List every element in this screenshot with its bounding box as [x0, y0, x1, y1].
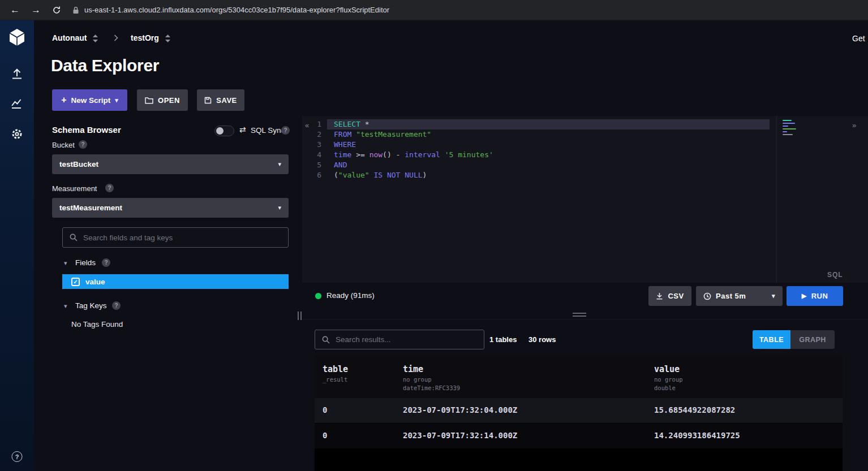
csv-download-button[interactable]: CSV	[648, 286, 691, 306]
horizontal-resize-handle[interactable]	[573, 313, 586, 317]
upload-icon[interactable]	[11, 68, 23, 80]
results-search-input[interactable]	[336, 335, 477, 344]
time-range-dropdown[interactable]: Past 5m ▾	[696, 286, 783, 306]
bucket-dropdown[interactable]: testBucket ▾	[52, 154, 289, 174]
sql-sync-label: SQL Sync	[251, 126, 285, 135]
influxdb-logo-icon[interactable]	[8, 28, 25, 46]
results-divider	[302, 319, 868, 320]
settings-gear-icon[interactable]	[11, 128, 23, 140]
breadcrumb-chevron-icon	[114, 34, 118, 41]
tab-table[interactable]: TABLE	[753, 330, 790, 349]
org-switcher[interactable]: testOrg	[131, 33, 159, 42]
status-indicator-dot	[315, 293, 321, 299]
fields-help-icon[interactable]: ?	[102, 258, 110, 267]
minimap-divider	[776, 116, 777, 283]
search-icon	[322, 336, 330, 344]
sql-sync-toggle[interactable]	[214, 126, 234, 136]
tag-keys-caret-icon[interactable]: ▾	[64, 303, 67, 310]
results-table: table_resulttimeno groupdateTime:RFC3339…	[315, 355, 843, 471]
field-item-value[interactable]: ✓ value	[62, 274, 289, 289]
no-tags-message: No Tags Found	[71, 320, 123, 329]
code-line: 2FROM "testMeasurement"	[302, 129, 770, 140]
download-icon	[656, 292, 663, 300]
code-line: 4time >= now() - interval '5 minutes'	[302, 150, 770, 160]
results-table-header: table_resulttimeno groupdateTime:RFC3339…	[315, 355, 843, 398]
results-table-body: 02023-07-09T17:32:04.000Z15.685449220872…	[315, 398, 843, 448]
play-icon: ▶	[802, 293, 807, 299]
fields-caret-icon[interactable]: ▾	[64, 260, 67, 267]
lock-icon	[72, 6, 79, 14]
plus-icon: +	[61, 96, 66, 105]
chevron-down-icon: ▾	[278, 205, 281, 211]
get-started-link[interactable]: Get	[852, 34, 868, 43]
bucket-help-icon[interactable]: ?	[79, 140, 87, 149]
code-line: 6("value" IS NOT NULL)	[302, 170, 770, 180]
left-nav: ?	[0, 20, 34, 471]
measurement-label: Measurement	[52, 184, 97, 193]
open-button[interactable]: OPEN	[137, 89, 188, 111]
account-sort-icon[interactable]	[93, 34, 98, 42]
url-text: us-east-1-1.aws.cloud2.influxdata.com/or…	[84, 6, 389, 14]
forward-icon[interactable]: →	[31, 5, 41, 15]
editor-code-lines: 1SELECT *2FROM "testMeasurement"3WHERE4t…	[302, 119, 770, 180]
page-title: Data Explorer	[51, 56, 159, 75]
vertical-resize-handle[interactable]	[298, 312, 302, 320]
browser-chrome: ← → us-east-1-1.aws.cloud2.influxdata.co…	[0, 0, 868, 20]
app-window: ← → us-east-1-1.aws.cloud2.influxdata.co…	[0, 0, 868, 471]
table-row: 02023-07-09T17:32:04.000Z15.685449220872…	[315, 398, 843, 423]
view-mode-tabs: TABLE GRAPH	[753, 330, 835, 349]
rows-count: 30 rows	[528, 335, 556, 344]
bucket-label: Bucket	[52, 141, 75, 149]
clock-icon	[703, 292, 711, 300]
code-line: 5AND	[302, 160, 770, 170]
sync-arrows-icon: ⇄	[239, 125, 246, 134]
tab-graph[interactable]: GRAPH	[790, 330, 835, 349]
search-icon	[70, 234, 78, 241]
folder-icon	[145, 97, 153, 104]
column-header: table_result	[323, 364, 348, 383]
column-header: timeno groupdateTime:RFC3339	[403, 364, 460, 391]
refresh-icon[interactable]	[52, 6, 61, 15]
measurement-help-icon[interactable]: ?	[105, 184, 114, 192]
tag-keys-label: Tag Keys	[75, 301, 107, 310]
table-row: 02023-07-09T17:32:14.000Z14.240993186419…	[315, 424, 843, 448]
code-line: 3WHERE	[302, 140, 770, 150]
tag-keys-help-icon[interactable]: ?	[112, 301, 121, 310]
schema-browser-title: Schema Browser	[52, 125, 121, 135]
save-button[interactable]: SAVE	[197, 89, 244, 111]
fields-label: Fields	[75, 258, 96, 267]
schema-search	[62, 227, 289, 248]
sql-editor[interactable]: « 1SELECT *2FROM "testMeasurement"3WHERE…	[302, 116, 868, 283]
measurement-dropdown[interactable]: testMeasurement ▾	[52, 198, 289, 218]
new-script-button[interactable]: + New Script ▾	[52, 89, 127, 111]
chevron-down-icon: ▾	[772, 293, 775, 299]
status-text: Ready (91ms)	[326, 291, 375, 300]
schema-search-input[interactable]	[83, 234, 281, 242]
url-bar[interactable]: us-east-1-1.aws.cloud2.influxdata.com/or…	[72, 6, 389, 14]
chevron-down-icon: ▾	[115, 97, 118, 103]
chevron-down-icon: ▾	[278, 161, 281, 167]
collapse-right-icon[interactable]: »	[852, 122, 856, 129]
sql-sync-help-icon[interactable]: ?	[281, 126, 290, 135]
data-explorer-graph-icon[interactable]	[11, 98, 23, 109]
back-icon[interactable]: ←	[10, 5, 20, 15]
save-disk-icon	[204, 97, 212, 104]
results-search	[315, 330, 484, 349]
column-header: valueno groupdouble	[654, 364, 683, 391]
code-line: 1SELECT *	[302, 119, 770, 129]
org-sort-icon[interactable]	[165, 34, 170, 42]
field-checkbox[interactable]: ✓	[71, 278, 80, 286]
account-switcher[interactable]: Autonaut	[52, 33, 87, 42]
tables-count: 1 tables	[489, 335, 517, 344]
field-label: value	[85, 278, 105, 286]
help-icon[interactable]: ?	[12, 451, 23, 462]
run-button[interactable]: ▶ RUN	[787, 286, 843, 306]
language-badge: SQL	[827, 271, 843, 279]
editor-minimap[interactable]	[783, 120, 798, 137]
